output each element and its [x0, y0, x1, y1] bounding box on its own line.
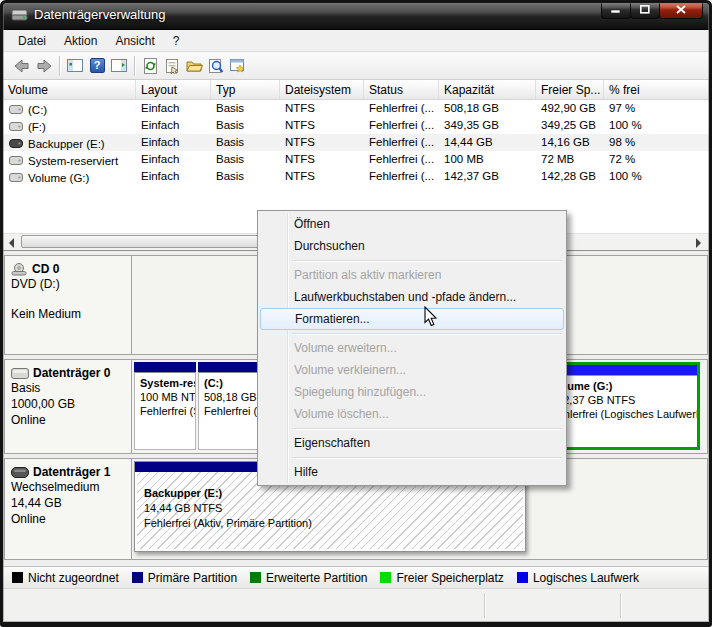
- forward-button[interactable]: [33, 55, 55, 77]
- snap-in-button[interactable]: [227, 55, 249, 77]
- cell-layout: Einfach: [136, 117, 211, 134]
- cell-typ: Basis: [211, 134, 280, 151]
- partition-size: 142,37 GB NTFS: [551, 393, 692, 407]
- partition-status: Fehlerfrei (Logisches Laufwerk): [551, 407, 692, 421]
- table-row-system[interactable]: System-reserviert Einfach Basis NTFS Feh…: [3, 151, 709, 168]
- cell-pct-frei: 72 %: [604, 151, 709, 168]
- properties-button[interactable]: [161, 55, 183, 77]
- cell-freier-sp: 492,90 GB: [536, 100, 604, 117]
- maximize-button[interactable]: [630, 0, 660, 19]
- refresh-button[interactable]: [139, 55, 161, 77]
- legend-color-swatch: [250, 572, 261, 583]
- disk-title: Datenträger 1: [33, 465, 110, 479]
- cell-layout: Einfach: [136, 100, 211, 117]
- menu-item-partition-aktiv: Partition als aktiv markieren: [260, 264, 564, 286]
- rescan-button[interactable]: [205, 55, 227, 77]
- disk1-header[interactable]: Datenträger 1 Wechselmedium 14,44 GB Onl…: [5, 459, 132, 559]
- disk0-header[interactable]: Datenträger 0 Basis 1000,00 GB Online: [5, 360, 132, 453]
- menu-item-oeffnen[interactable]: Öffnen: [260, 213, 564, 235]
- legend-logical: Logisches Laufwerk: [517, 571, 639, 585]
- open-button[interactable]: [183, 55, 205, 77]
- col-status[interactable]: Status: [364, 80, 439, 99]
- close-button[interactable]: [659, 0, 703, 19]
- menu-item-eigenschaften[interactable]: Eigenschaften: [260, 432, 564, 454]
- removable-drive-icon: [9, 139, 23, 148]
- status-bar: [3, 588, 709, 622]
- cell-status: Fehlerfrei (...: [364, 134, 439, 151]
- removable-disk-icon: [11, 467, 29, 478]
- disk-title: Datenträger 0: [33, 366, 110, 380]
- table-row-f[interactable]: (F:) Einfach Basis NTFS Fehlerfrei (... …: [3, 117, 709, 134]
- context-menu: Öffnen Durchsuchen Partition als aktiv m…: [257, 210, 567, 486]
- cd0-header[interactable]: CD 0 DVD (D:) Kein Medium: [5, 256, 132, 354]
- menu-datei[interactable]: Datei: [9, 31, 55, 51]
- mouse-cursor: [424, 306, 438, 327]
- cell-pct-frei: 98 %: [604, 134, 709, 151]
- hard-disk-icon: [11, 368, 29, 379]
- col-typ[interactable]: Typ: [211, 80, 280, 99]
- help-button[interactable]: ?: [86, 55, 108, 77]
- legend-color-swatch: [380, 572, 391, 583]
- col-volume[interactable]: Volume: [3, 80, 136, 99]
- primary-partition-band: [134, 362, 196, 372]
- menu-item-durchsuchen[interactable]: Durchsuchen: [260, 235, 564, 257]
- menu-separator: [292, 333, 562, 334]
- volume-table-header: Volume Layout Typ Dateisystem Status Kap…: [3, 80, 709, 100]
- maximize-icon: [640, 5, 650, 14]
- drive-icon: [9, 156, 23, 165]
- col-layout[interactable]: Layout: [136, 80, 211, 99]
- cell-dateisystem: NTFS: [280, 151, 364, 168]
- menu-ansicht[interactable]: Ansicht: [106, 31, 163, 51]
- partition-status: Fehlerfrei (Aktiv, Primäre Partition): [144, 516, 516, 531]
- snap-in-icon: [230, 58, 246, 73]
- partition-system-reserviert[interactable]: System-reserviert 100 MB NTFS Fehlerfrei…: [134, 362, 196, 450]
- cell-typ: Basis: [211, 100, 280, 117]
- table-row-g[interactable]: Volume (G:) Einfach Basis NTFS Fehlerfre…: [3, 168, 709, 185]
- disk-line: Basis: [11, 380, 125, 396]
- menu-item-volume-erweitern: Volume erweitern...: [260, 337, 564, 359]
- cell-freier-sp: 349,25 GB: [536, 117, 604, 134]
- app-icon: [11, 7, 29, 23]
- menu-item-laufwerkbuchstaben[interactable]: Laufwerkbuchstaben und -pfade ändern...: [260, 286, 564, 308]
- show-console-tree-button[interactable]: [64, 55, 86, 77]
- back-button[interactable]: [11, 55, 33, 77]
- toolbar-separator: [134, 56, 135, 76]
- cell-volume: Backupper (E:): [28, 138, 105, 150]
- action-pane-icon: [111, 59, 127, 72]
- legend-color-swatch: [132, 572, 143, 583]
- menu-aktion[interactable]: Aktion: [55, 31, 106, 51]
- cell-pct-frei: 100 %: [604, 117, 709, 134]
- open-folder-icon: [186, 59, 203, 73]
- refresh-icon: [143, 58, 158, 74]
- cell-layout: Einfach: [136, 134, 211, 151]
- toolbar: ?: [3, 52, 709, 80]
- cell-pct-frei: 100 %: [604, 168, 709, 185]
- cell-dateisystem: NTFS: [280, 168, 364, 185]
- scroll-left-arrow-icon[interactable]: [9, 238, 14, 248]
- col-kapazitaet[interactable]: Kapazität: [439, 80, 536, 99]
- disk-line: 1000,00 GB: [11, 396, 125, 412]
- scroll-right-arrow-icon[interactable]: [696, 238, 701, 248]
- cell-dateisystem: NTFS: [280, 134, 364, 151]
- col-dateisystem[interactable]: Dateisystem: [280, 80, 364, 99]
- col-freier-sp[interactable]: Freier Sp...: [536, 80, 604, 99]
- cell-typ: Basis: [211, 151, 280, 168]
- minimize-button[interactable]: [601, 0, 631, 19]
- disk-title: CD 0: [32, 262, 59, 276]
- cell-typ: Basis: [211, 168, 280, 185]
- cell-freier-sp: 72 MB: [536, 151, 604, 168]
- menu-item-formatieren[interactable]: Formatieren...: [260, 308, 564, 330]
- table-row-backupper[interactable]: Backupper (E:) Einfach Basis NTFS Fehler…: [3, 134, 709, 151]
- col-pct-frei[interactable]: % frei: [604, 80, 709, 99]
- show-action-pane-button[interactable]: [108, 55, 130, 77]
- title-bar[interactable]: Datenträgerverwaltung: [0, 0, 712, 30]
- console-tree-icon: [67, 59, 83, 72]
- logical-drive-band: [546, 365, 697, 375]
- menu-hilfe[interactable]: ?: [164, 31, 189, 51]
- table-row-c[interactable]: (C:) Einfach Basis NTFS Fehlerfrei (... …: [3, 100, 709, 117]
- magnifier-icon: [208, 58, 224, 74]
- menu-item-hilfe[interactable]: Hilfe: [260, 461, 564, 483]
- cell-status: Fehlerfrei (...: [364, 117, 439, 134]
- menu-separator: [292, 457, 562, 458]
- cell-kapazitaet: 100 MB: [439, 151, 536, 168]
